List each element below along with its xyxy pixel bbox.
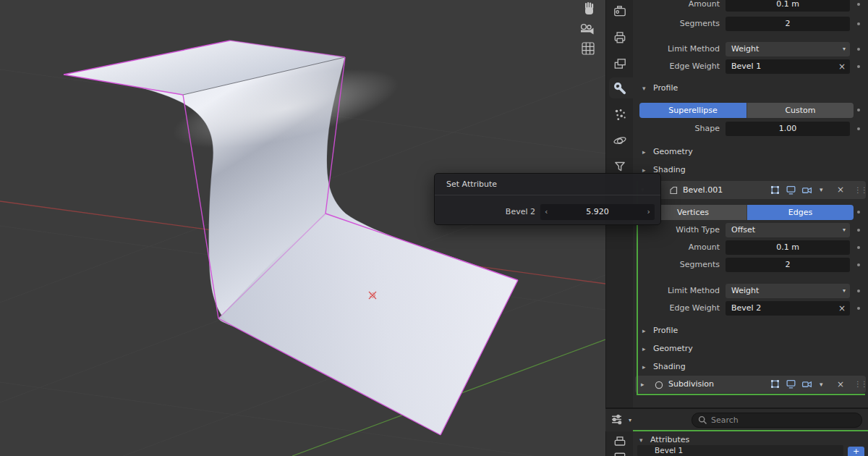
slider-increment-icon[interactable]: › bbox=[647, 204, 650, 220]
row-segments: Segments 2 bbox=[633, 17, 868, 31]
tab-physics[interactable] bbox=[613, 133, 627, 148]
popup-value-slider[interactable]: ‹ 5.920 › bbox=[540, 204, 655, 220]
row-edge-weight-2: Edge Weight Bevel 2 × bbox=[633, 301, 868, 316]
editmode-toggle-icon[interactable] bbox=[770, 379, 781, 389]
row-shape: Shape 1.00 bbox=[633, 122, 868, 136]
segments-label: Segments bbox=[680, 258, 720, 272]
animate-dot[interactable] bbox=[857, 127, 860, 130]
section-geometry-2[interactable]: ▸Geometry bbox=[642, 342, 693, 356]
animate-dot[interactable] bbox=[857, 48, 860, 51]
render-toggle-icon[interactable] bbox=[801, 379, 813, 389]
limit-method-dropdown[interactable]: Weight ▾ bbox=[726, 42, 850, 56]
tab-output[interactable] bbox=[613, 30, 627, 44]
set-attribute-popup[interactable]: Set Attribute Bevel 2 ‹ 5.920 › bbox=[434, 173, 661, 225]
search-input[interactable]: Search bbox=[692, 413, 862, 428]
animate-dot[interactable] bbox=[857, 263, 860, 266]
properties-tab-strip bbox=[605, 0, 633, 456]
edge-weight-value: Bevel 1 bbox=[731, 59, 761, 74]
close-icon[interactable]: × bbox=[837, 376, 844, 393]
render-toggle-icon[interactable] bbox=[801, 185, 813, 195]
animate-dot[interactable] bbox=[857, 3, 860, 6]
segments-field[interactable]: 2 bbox=[726, 17, 850, 31]
limit-method-label: Limit Method bbox=[668, 42, 720, 56]
animate-dot[interactable] bbox=[857, 22, 860, 25]
popup-title: Set Attribute bbox=[446, 180, 497, 189]
chevron-right-icon: ▸ bbox=[642, 342, 653, 356]
amount-field[interactable]: 0.1 m bbox=[726, 0, 850, 12]
edge-weight-field[interactable]: Bevel 1 × bbox=[726, 59, 850, 74]
editor-type-button[interactable]: ▾ bbox=[610, 413, 638, 428]
editmode-toggle-icon[interactable] bbox=[770, 185, 781, 195]
section-shading-2[interactable]: ▸Shading bbox=[642, 360, 686, 374]
close-icon[interactable]: × bbox=[838, 59, 846, 74]
extras-chevron-icon[interactable]: ▾ bbox=[820, 181, 823, 199]
section-geometry[interactable]: ▸Geometry bbox=[642, 145, 693, 159]
section-profile[interactable]: ▾Profile bbox=[642, 81, 678, 96]
animate-dot[interactable] bbox=[857, 109, 860, 111]
slider-value: 5.920 bbox=[540, 204, 655, 220]
subdivision-modifier-icon bbox=[654, 379, 664, 393]
profile-seg-dotrow bbox=[633, 103, 868, 117]
row-limit-method: Limit Method Weight ▾ bbox=[633, 42, 868, 56]
drag-handle[interactable]: ⋮⋮ bbox=[854, 376, 867, 393]
chevron-down-icon: ▾ bbox=[642, 81, 653, 96]
tab-render-bottom[interactable] bbox=[613, 434, 627, 449]
tab-render[interactable] bbox=[613, 4, 627, 19]
chevron-right-icon: ▸ bbox=[642, 145, 653, 159]
realtime-display-toggle-icon[interactable] bbox=[786, 379, 797, 389]
affect-dotrow bbox=[633, 205, 868, 219]
add-attribute-button[interactable]: + bbox=[848, 447, 864, 456]
shape-label: Shape bbox=[695, 122, 720, 136]
expand-icon[interactable]: ▸ bbox=[641, 376, 644, 393]
modifier-header-subdivision[interactable]: ▸ Subdivision ▾ × ⋮⋮ bbox=[635, 376, 866, 393]
section-label: Geometry bbox=[653, 147, 693, 156]
section-label: Profile bbox=[653, 83, 678, 93]
bevel-modifier-icon bbox=[668, 185, 678, 198]
animate-dot[interactable] bbox=[857, 290, 860, 292]
section-label: Shading bbox=[653, 362, 686, 371]
animate-dot[interactable] bbox=[857, 307, 860, 310]
modifier-name[interactable]: Bevel.001 bbox=[683, 181, 723, 199]
drag-handle[interactable]: ⋮⋮ bbox=[854, 181, 867, 199]
row-limit-method-2: Limit Method Weight ▾ bbox=[633, 284, 868, 298]
extras-chevron-icon[interactable]: ▾ bbox=[820, 376, 823, 393]
amount-field[interactable]: 0.1 m bbox=[726, 240, 850, 255]
shape-field[interactable]: 1.00 bbox=[726, 122, 850, 136]
chevron-down-icon: ▾ bbox=[629, 413, 631, 428]
row-amount-2: Amount 0.1 m bbox=[633, 240, 868, 255]
tab-object-data[interactable] bbox=[613, 159, 627, 174]
attribute-name: Bevel 1 bbox=[655, 445, 683, 456]
popup-divider bbox=[435, 195, 660, 195]
close-icon[interactable]: × bbox=[837, 181, 844, 199]
active-modifier-outline-bottom bbox=[637, 394, 865, 395]
modifier-header-bevel001[interactable]: ▾ Bevel.001 ▾ × ⋮⋮ bbox=[635, 181, 866, 199]
close-icon[interactable]: × bbox=[838, 301, 846, 316]
animate-dot[interactable] bbox=[857, 229, 860, 232]
slider-decrement-icon[interactable]: ‹ bbox=[545, 204, 548, 220]
animate-dot[interactable] bbox=[857, 246, 860, 249]
edge-weight-field[interactable]: Bevel 2 × bbox=[726, 301, 850, 316]
animate-dot[interactable] bbox=[857, 65, 860, 68]
tab-modifiers-wrench-icon[interactable] bbox=[613, 81, 627, 96]
row-width-type: Width Type Offset ▾ bbox=[633, 223, 868, 237]
segments-field[interactable]: 2 bbox=[726, 258, 850, 272]
tab-particles[interactable] bbox=[613, 107, 627, 122]
width-type-dropdown[interactable]: Offset ▾ bbox=[726, 223, 850, 237]
3d-viewport[interactable] bbox=[0, 0, 605, 456]
segments-label: Segments bbox=[680, 17, 720, 31]
limit-method-dropdown[interactable]: Weight ▾ bbox=[726, 284, 850, 298]
section-profile-2[interactable]: ▸Profile bbox=[642, 324, 678, 338]
chevron-right-icon: ▸ bbox=[642, 360, 653, 374]
popup-field-label: Bevel 2 bbox=[506, 204, 535, 220]
tab-view-layer[interactable] bbox=[613, 56, 627, 71]
dropdown-value: Weight bbox=[731, 284, 759, 298]
modifier-name[interactable]: Subdivision bbox=[668, 376, 714, 393]
tab-output-bottom[interactable] bbox=[613, 452, 627, 456]
row-amount: Amount 0.1 m bbox=[633, 0, 868, 12]
blender-window: Amount 0.1 m Segments 2 Limit Method Wei… bbox=[0, 0, 868, 456]
edge-weight-value: Bevel 2 bbox=[731, 301, 761, 316]
animate-dot[interactable] bbox=[857, 211, 860, 214]
realtime-display-toggle-icon[interactable] bbox=[786, 185, 797, 195]
section-label: Geometry bbox=[653, 344, 693, 353]
search-icon bbox=[698, 415, 707, 425]
